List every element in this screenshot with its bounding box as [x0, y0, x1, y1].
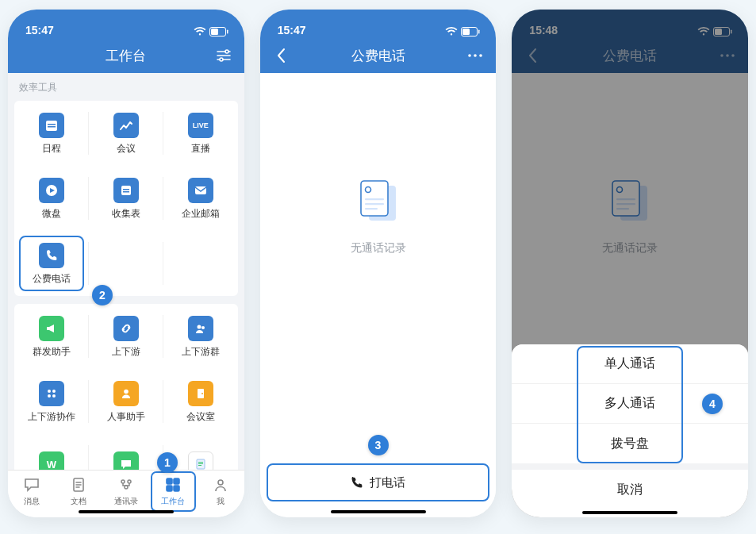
tab-通讯录[interactable]: 通讯录: [102, 471, 150, 513]
step-badge-3: 3: [368, 435, 389, 455]
svg-rect-24: [198, 465, 201, 466]
home-indicator[interactable]: [79, 510, 174, 513]
step-badge-1: 1: [157, 452, 178, 473]
sheet-option-2[interactable]: 拨号盘: [512, 424, 748, 463]
svg-point-39: [480, 54, 483, 57]
tab-文档[interactable]: 文档: [56, 471, 103, 513]
step-badge-2: 2: [92, 285, 113, 305]
tab-我[interactable]: 我: [197, 471, 244, 513]
svg-rect-8: [121, 186, 131, 195]
svg-rect-31: [167, 486, 172, 491]
app-上下游[interactable]: 上下游: [89, 304, 163, 369]
tab-contacts-icon: [117, 477, 135, 494]
app-label: 公费电话: [33, 273, 71, 285]
tab-label: 我: [217, 496, 224, 507]
app-公费电话[interactable]: 公费电话: [14, 231, 89, 296]
call-button[interactable]: 打电话: [268, 465, 489, 500]
app-企业邮箱[interactable]: 企业邮箱: [163, 166, 238, 231]
battery-icon: [209, 27, 228, 36]
app-上下游群[interactable]: 上下游群: [163, 304, 238, 369]
svg-point-20: [201, 393, 203, 394]
svg-rect-6: [48, 124, 56, 125]
wifi-icon: [194, 27, 206, 36]
nav-title: 公费电话: [351, 47, 405, 65]
app-会议[interactable]: 会议: [89, 101, 163, 166]
app-收集表[interactable]: 收集表: [89, 166, 163, 231]
svg-rect-36: [478, 30, 480, 34]
tab-label: 通讯录: [114, 496, 138, 507]
app-微盘[interactable]: 微盘: [14, 166, 89, 231]
app-chat-icon[interactable]: [89, 434, 163, 470]
empty-text: 无通话记录: [351, 241, 406, 255]
status-bar: 15:47: [260, 10, 497, 38]
call-button-label: 打电话: [370, 475, 405, 490]
svg-point-14: [48, 390, 51, 393]
back-button[interactable]: [263, 38, 298, 73]
svg-rect-23: [198, 463, 203, 464]
settings-button[interactable]: [206, 38, 241, 73]
svg-rect-7: [48, 126, 56, 128]
settings-lines-icon: [216, 49, 232, 62]
app-label: 上下游群: [182, 346, 220, 358]
app-直播[interactable]: LIVE直播: [163, 101, 238, 166]
app-label: 会议室: [186, 411, 215, 423]
app-日程[interactable]: 日程: [14, 101, 89, 166]
app-label: 人事助手: [107, 411, 145, 423]
phone-workbench: 15:47 工作台 效率工具 日程会议LIVE直播微盘收集表企业邮箱公费电话 群…: [8, 10, 244, 517]
status-bar: 15:47: [8, 10, 244, 38]
empty-state: 无通话记录: [260, 73, 497, 457]
status-time: 15:47: [25, 24, 54, 36]
svg-rect-5: [46, 121, 57, 131]
app-wps-icon[interactable]: W: [14, 434, 89, 470]
app-label: 上下游: [112, 346, 140, 358]
tab-工作台[interactable]: 工作台: [150, 471, 198, 513]
svg-point-16: [48, 394, 51, 398]
sheet-separator: [512, 463, 748, 470]
step-badge-4: 4: [702, 394, 723, 414]
svg-rect-2: [227, 30, 228, 34]
app-label: 会议: [117, 143, 136, 155]
home-indicator[interactable]: [582, 511, 677, 514]
svg-rect-44: [365, 203, 384, 205]
sheet-cancel[interactable]: 取消: [512, 470, 748, 509]
more-button[interactable]: [458, 38, 493, 73]
svg-point-17: [52, 394, 56, 398]
svg-rect-35: [462, 29, 470, 35]
phone-icon: [351, 476, 363, 489]
status-right-icons: [445, 27, 480, 36]
svg-point-37: [469, 54, 472, 57]
svg-point-27: [128, 480, 131, 483]
tab-label: 文档: [71, 496, 86, 507]
svg-rect-22: [198, 462, 203, 463]
svg-rect-10: [123, 191, 129, 193]
app-人事助手[interactable]: 人事助手: [89, 369, 163, 434]
call-button-wrap: 打电话 3: [260, 457, 497, 517]
svg-point-38: [474, 54, 478, 57]
svg-rect-30: [174, 478, 179, 484]
svg-rect-32: [174, 486, 179, 491]
status-right-icons: [194, 27, 228, 36]
svg-point-12: [197, 325, 201, 328]
app-label: 日程: [42, 143, 61, 155]
app-会议室[interactable]: 会议室: [163, 369, 238, 434]
app-label: 上下游协作: [28, 411, 75, 423]
app-label: 收集表: [112, 208, 140, 220]
tab-label: 工作台: [161, 496, 185, 507]
app-label: 微盘: [42, 208, 61, 220]
app-群发助手[interactable]: 群发助手: [14, 304, 89, 369]
app-上下游协作[interactable]: 上下游协作: [14, 369, 89, 434]
svg-point-4: [220, 58, 223, 61]
home-indicator[interactable]: [331, 510, 426, 513]
svg-rect-11: [195, 186, 206, 194]
nav-bar: 工作台: [8, 38, 244, 73]
modal-overlay-top: [512, 10, 748, 73]
tab-me-icon: [213, 477, 228, 494]
sheet-option-0[interactable]: 单人通话: [512, 344, 748, 384]
phone-action-sheet: 15:48 公费电话 无通话记录 单人通话多人通话拨号盘 取消 4: [512, 10, 748, 517]
svg-point-33: [218, 480, 223, 485]
tab-消息[interactable]: 消息: [8, 471, 56, 513]
more-icon: [467, 53, 483, 58]
app-label: 群发助手: [33, 346, 71, 358]
status-time: 15:47: [278, 24, 306, 36]
svg-point-18: [124, 389, 129, 394]
